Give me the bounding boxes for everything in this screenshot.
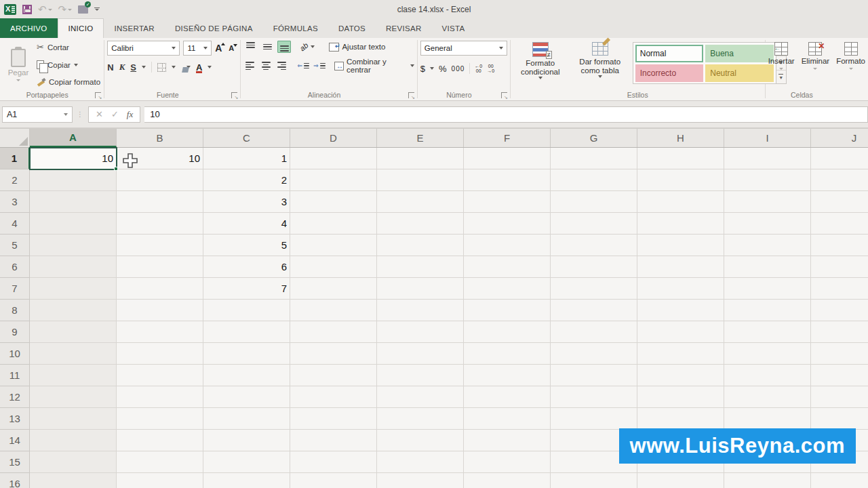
underline-dropdown-icon[interactable]: [142, 66, 146, 68]
delete-cells-button[interactable]: Eliminar: [802, 41, 830, 89]
cell-F1[interactable]: [464, 148, 551, 169]
cell-C2[interactable]: 2: [203, 169, 290, 191]
cell-A11[interactable]: [30, 365, 117, 386]
decrease-font-button[interactable]: A: [229, 44, 237, 52]
cell-E16[interactable]: [377, 473, 464, 488]
cell-F9[interactable]: [464, 321, 551, 343]
cell-D5[interactable]: [290, 235, 377, 256]
row-header-13[interactable]: 13: [0, 408, 30, 430]
cell-I16[interactable]: [724, 473, 811, 488]
cell-G2[interactable]: [551, 169, 637, 191]
cell-I6[interactable]: [724, 256, 811, 278]
save-button[interactable]: [22, 5, 32, 14]
font-size-combo[interactable]: 11: [183, 41, 212, 56]
cell-J6[interactable]: [811, 256, 868, 278]
cell-C9[interactable]: [203, 321, 290, 343]
copy-button[interactable]: Copiar: [37, 60, 100, 69]
name-box[interactable]: A1: [2, 106, 73, 123]
column-header-I[interactable]: I: [724, 129, 811, 147]
format-cells-button[interactable]: Formato: [836, 41, 865, 89]
cell-C14[interactable]: [203, 430, 290, 451]
cell-I3[interactable]: [724, 191, 811, 213]
cell-E1[interactable]: [377, 148, 464, 169]
cell-H10[interactable]: [637, 343, 724, 365]
cell-A5[interactable]: [30, 235, 117, 256]
cell-B11[interactable]: [117, 365, 203, 386]
column-header-E[interactable]: E: [377, 129, 464, 147]
insert-cells-button[interactable]: Insertar: [768, 41, 795, 89]
cell-A16[interactable]: [30, 473, 117, 488]
cell-G5[interactable]: [551, 235, 637, 256]
cell-G6[interactable]: [551, 256, 637, 278]
cell-A14[interactable]: [30, 430, 117, 451]
cell-J2[interactable]: [811, 169, 868, 191]
align-middle-button[interactable]: [260, 41, 274, 53]
cell-E9[interactable]: [377, 321, 464, 343]
cell-E6[interactable]: [377, 256, 464, 278]
cell-D14[interactable]: [290, 430, 377, 451]
cell-A3[interactable]: [30, 191, 117, 213]
row-header-4[interactable]: 4: [0, 213, 30, 235]
column-header-A[interactable]: A: [30, 129, 117, 147]
cell-G7[interactable]: [551, 278, 637, 300]
insert-function-icon[interactable]: fx: [127, 109, 133, 120]
cell-E3[interactable]: [377, 191, 464, 213]
row-header-1[interactable]: 1: [0, 148, 30, 169]
cell-B13[interactable]: [117, 408, 203, 430]
tab-diseno-de-pagina[interactable]: DISEÑO DE PÁGINA: [165, 18, 263, 38]
touch-mode-button[interactable]: [78, 5, 88, 14]
cell-H4[interactable]: [637, 213, 724, 235]
cell-B4[interactable]: [117, 213, 203, 235]
cell-J3[interactable]: [811, 191, 868, 213]
cell-B15[interactable]: [117, 451, 203, 473]
cell-D11[interactable]: [290, 365, 377, 386]
cell-J7[interactable]: [811, 278, 868, 300]
cancel-entry-icon[interactable]: ✕: [96, 109, 103, 119]
cell-J5[interactable]: [811, 235, 868, 256]
cell-B6[interactable]: [117, 256, 203, 278]
cell-I5[interactable]: [724, 235, 811, 256]
cell-G10[interactable]: [551, 343, 637, 365]
row-header-14[interactable]: 14: [0, 430, 30, 451]
cell-B3[interactable]: [117, 191, 203, 213]
cell-J4[interactable]: [811, 213, 868, 235]
font-color-dropdown-icon[interactable]: [208, 66, 212, 68]
column-header-D[interactable]: D: [290, 129, 377, 147]
formula-input[interactable]: 10: [144, 106, 868, 123]
increase-indent-button[interactable]: ⇒: [313, 60, 326, 72]
cell-A4[interactable]: [30, 213, 117, 235]
row-header-11[interactable]: 11: [0, 365, 30, 386]
copy-dropdown-icon[interactable]: [74, 64, 78, 66]
row-header-10[interactable]: 10: [0, 343, 30, 365]
cell-H7[interactable]: [637, 278, 724, 300]
cell-H5[interactable]: [637, 235, 724, 256]
cell-I1[interactable]: [724, 148, 811, 169]
cell-style-neutral[interactable]: Neutral: [705, 64, 774, 82]
column-header-J[interactable]: J: [811, 129, 868, 147]
wrap-text-button[interactable]: Ajustar texto: [329, 43, 385, 52]
orientation-button[interactable]: [300, 43, 315, 51]
cell-D16[interactable]: [290, 473, 377, 488]
cell-B7[interactable]: [117, 278, 203, 300]
row-header-3[interactable]: 3: [0, 191, 30, 213]
cell-A13[interactable]: [30, 408, 117, 430]
tab-insertar[interactable]: INSERTAR: [104, 18, 164, 38]
format-painter-button[interactable]: Copiar formato: [37, 77, 100, 86]
cell-C12[interactable]: [203, 386, 290, 408]
align-left-button[interactable]: [243, 60, 256, 72]
name-box-dropdown-icon[interactable]: [64, 113, 68, 116]
format-as-table-button[interactable]: Dar formato como tabla: [573, 41, 627, 89]
paste-dropdown-icon[interactable]: [16, 79, 20, 81]
cell-J13[interactable]: [811, 408, 868, 430]
cell-F13[interactable]: [464, 408, 551, 430]
cell-J11[interactable]: [811, 365, 868, 386]
decrease-decimal-button[interactable]: [487, 64, 494, 73]
cell-F10[interactable]: [464, 343, 551, 365]
cell-E5[interactable]: [377, 235, 464, 256]
tab-inicio[interactable]: INICIO: [58, 18, 104, 38]
fill-handle[interactable]: [114, 167, 118, 171]
cell-E8[interactable]: [377, 300, 464, 321]
cell-H2[interactable]: [637, 169, 724, 191]
cell-H12[interactable]: [637, 386, 724, 408]
cell-J1[interactable]: [811, 148, 868, 169]
